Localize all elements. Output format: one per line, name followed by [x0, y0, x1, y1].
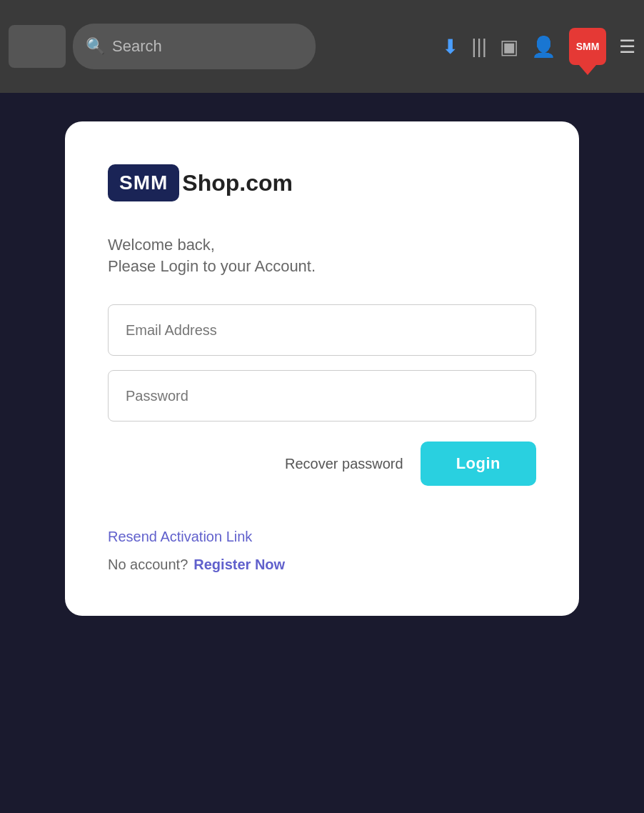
menu-icon[interactable]: ☰	[619, 36, 635, 58]
browser-toolbar: 🔍 Search ⬇ ||| ▣ 👤 SMM ☰	[0, 0, 644, 93]
password-field-group	[108, 370, 536, 422]
smm-profile-badge[interactable]: SMM	[569, 28, 606, 65]
search-icon: 🔍	[86, 37, 105, 56]
form-actions: Recover password Login	[108, 442, 536, 486]
register-now-link[interactable]: Register Now	[193, 557, 285, 573]
welcome-line2: Please Login to your Account.	[108, 257, 536, 276]
no-account-text: No account?	[108, 557, 188, 573]
resend-activation-link[interactable]: Resend Activation Link	[108, 529, 536, 545]
welcome-line1: Welcome back,	[108, 236, 536, 254]
logo-area: SMM Shop.com	[108, 164, 536, 201]
login-card: SMM Shop.com Welcome back, Please Login …	[65, 121, 579, 616]
welcome-text-block: Welcome back, Please Login to your Accou…	[108, 236, 536, 276]
page-background: SMM Shop.com Welcome back, Please Login …	[0, 93, 644, 813]
toolbar-icons: ⬇ ||| ▣ 👤 SMM ☰	[442, 28, 635, 65]
login-button[interactable]: Login	[421, 442, 536, 486]
search-bar[interactable]: 🔍 Search	[73, 24, 316, 69]
back-button[interactable]	[9, 25, 66, 68]
download-icon[interactable]: ⬇	[442, 35, 458, 59]
account-icon[interactable]: 👤	[531, 35, 556, 59]
sidebar-toggle-icon[interactable]: ▣	[500, 35, 518, 59]
bottom-links: Resend Activation Link No account? Regis…	[108, 529, 536, 573]
email-field-group	[108, 304, 536, 356]
recover-password-link[interactable]: Recover password	[285, 456, 403, 472]
email-input[interactable]	[108, 304, 536, 356]
smm-logo-badge: SMM	[108, 164, 179, 201]
search-text: Search	[112, 37, 162, 56]
password-input[interactable]	[108, 370, 536, 422]
site-name: Shop.com	[182, 170, 293, 196]
library-icon[interactable]: |||	[471, 35, 487, 58]
no-account-row: No account? Register Now	[108, 557, 536, 573]
